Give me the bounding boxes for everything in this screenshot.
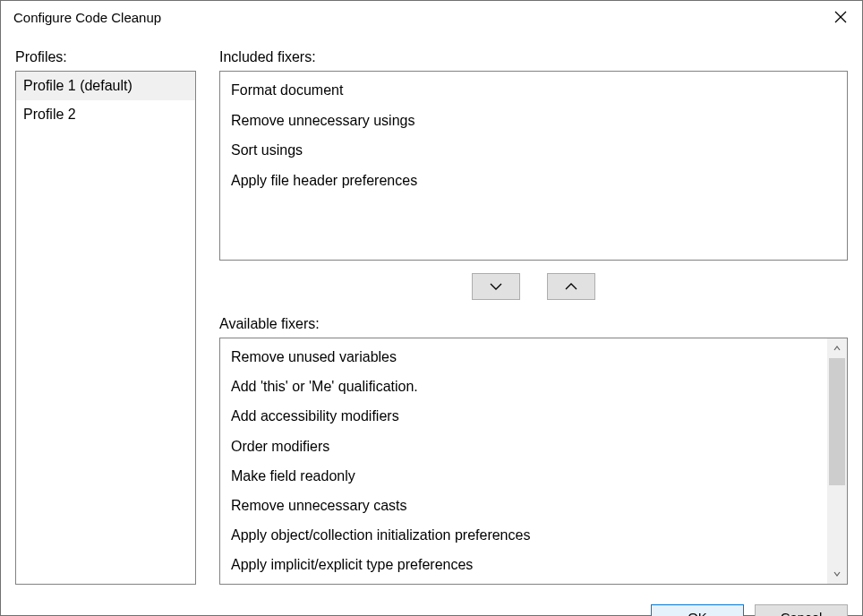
list-item[interactable]: Remove unnecessary usings bbox=[220, 106, 847, 136]
dialog-footer: OK Cancel bbox=[1, 594, 862, 617]
list-item[interactable]: Remove unnecessary casts bbox=[220, 491, 827, 520]
scrollbar[interactable] bbox=[827, 338, 847, 584]
list-item[interactable]: Apply object/collection initialization p… bbox=[220, 520, 827, 550]
available-fixers-label: Available fixers: bbox=[219, 316, 848, 332]
dialog-title: Configure Code Cleanup bbox=[13, 10, 161, 25]
scroll-track[interactable] bbox=[827, 358, 847, 564]
move-buttons-row bbox=[219, 261, 848, 316]
list-item[interactable]: Sort usings bbox=[220, 135, 847, 166]
titlebar: Configure Code Cleanup bbox=[1, 1, 862, 31]
move-down-button[interactable] bbox=[472, 273, 520, 300]
list-item[interactable]: Make field readonly bbox=[220, 461, 827, 491]
move-up-button[interactable] bbox=[547, 273, 595, 300]
list-item[interactable]: Apply file header preferences bbox=[220, 166, 847, 196]
list-item[interactable]: Add 'this' or 'Me' qualification. bbox=[220, 372, 827, 401]
chevron-down-icon bbox=[490, 282, 502, 291]
chevron-down-icon bbox=[833, 571, 841, 577]
profiles-list[interactable]: Profile 1 (default) Profile 2 bbox=[15, 71, 196, 585]
profile-item[interactable]: Profile 1 (default) bbox=[16, 72, 195, 100]
included-fixers-label: Included fixers: bbox=[219, 49, 848, 65]
cancel-button[interactable]: Cancel bbox=[755, 604, 848, 617]
configure-code-cleanup-dialog: Configure Code Cleanup Profiles: Profile… bbox=[0, 0, 863, 616]
fixers-column: Included fixers: Format document Remove … bbox=[219, 49, 848, 585]
profile-item[interactable]: Profile 2 bbox=[16, 100, 195, 129]
available-fixers-section: Available fixers: Remove unused variable… bbox=[219, 316, 848, 585]
list-item[interactable]: Order modifiers bbox=[220, 432, 827, 461]
chevron-up-icon bbox=[833, 346, 841, 351]
available-fixers-list[interactable]: Remove unused variables Add 'this' or 'M… bbox=[220, 338, 827, 584]
scroll-thumb[interactable] bbox=[829, 358, 845, 485]
list-item[interactable]: Add accessibility modifiers bbox=[220, 401, 827, 431]
available-fixers-list-wrapper: Remove unused variables Add 'this' or 'M… bbox=[219, 338, 848, 585]
list-item[interactable]: Format document bbox=[220, 75, 847, 106]
chevron-up-icon bbox=[565, 282, 577, 291]
profiles-column: Profiles: Profile 1 (default) Profile 2 bbox=[15, 49, 196, 585]
list-item[interactable]: Apply implicit/explicit type preferences bbox=[220, 550, 827, 579]
scroll-down-arrow[interactable] bbox=[827, 564, 847, 584]
list-item[interactable]: Remove unused variables bbox=[220, 342, 827, 372]
scroll-up-arrow[interactable] bbox=[827, 338, 847, 358]
dialog-content: Profiles: Profile 1 (default) Profile 2 … bbox=[1, 31, 862, 594]
ok-button[interactable]: OK bbox=[651, 604, 744, 617]
close-button[interactable] bbox=[830, 6, 851, 28]
profiles-label: Profiles: bbox=[15, 49, 196, 65]
close-icon bbox=[834, 11, 847, 23]
included-fixers-list[interactable]: Format document Remove unnecessary using… bbox=[219, 71, 848, 261]
